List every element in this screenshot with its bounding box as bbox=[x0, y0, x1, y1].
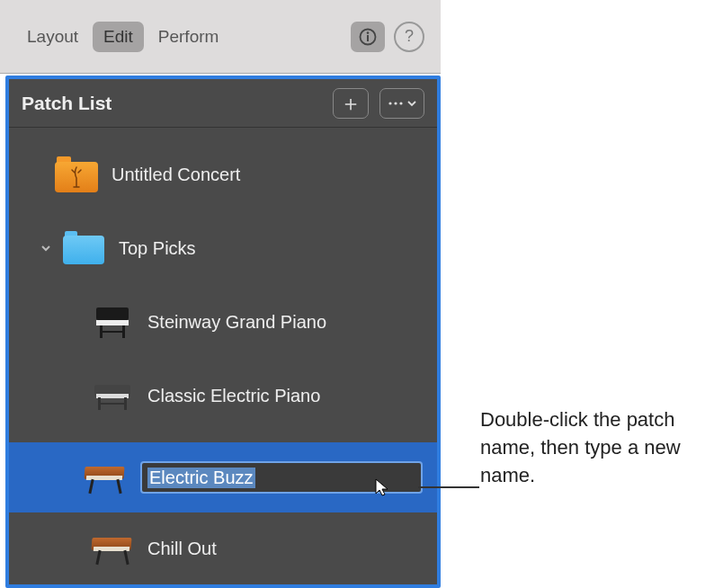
chevron-down-icon bbox=[40, 242, 52, 254]
concert-row[interactable]: Untitled Concert bbox=[9, 147, 437, 201]
patch-label: Chill Out bbox=[147, 539, 217, 559]
top-toolbar: Layout Edit Perform ? bbox=[0, 0, 441, 74]
tab-layout[interactable]: Layout bbox=[16, 22, 89, 52]
plus-icon: ＋ bbox=[340, 89, 361, 118]
more-actions-button[interactable] bbox=[379, 88, 424, 119]
group-label: Top Picks bbox=[119, 238, 196, 259]
add-patch-button[interactable]: ＋ bbox=[333, 88, 369, 119]
svg-point-3 bbox=[388, 102, 391, 104]
callout-leader-line bbox=[418, 486, 479, 488]
info-icon bbox=[359, 28, 377, 46]
concert-label: Untitled Concert bbox=[112, 165, 240, 185]
svg-rect-2 bbox=[367, 35, 369, 41]
svg-point-5 bbox=[399, 102, 402, 104]
patch-row[interactable]: Classic Electric Piano bbox=[9, 369, 437, 423]
group-folder-icon bbox=[59, 224, 108, 272]
chevron-down-icon bbox=[406, 98, 417, 109]
patch-list-panel: Patch List ＋ Untitled Concert bbox=[5, 76, 441, 588]
panel-title: Patch List bbox=[22, 93, 112, 114]
svg-point-4 bbox=[394, 102, 397, 104]
disclosure-triangle[interactable] bbox=[38, 242, 54, 254]
concert-folder-icon bbox=[52, 150, 101, 199]
patch-row-selected[interactable]: Electric Buzz bbox=[9, 442, 437, 512]
patch-row[interactable]: Chill Out bbox=[9, 521, 437, 575]
mode-segmented-control: Layout Edit Perform bbox=[16, 22, 229, 52]
svg-point-1 bbox=[367, 31, 370, 34]
grand-piano-icon bbox=[88, 298, 137, 346]
synth-icon bbox=[88, 524, 137, 573]
patch-label: Classic Electric Piano bbox=[147, 386, 320, 406]
cursor-icon bbox=[374, 477, 390, 503]
panel-header: Patch List ＋ bbox=[9, 79, 437, 128]
patch-name-edit-field[interactable]: Electric Buzz bbox=[140, 461, 423, 494]
tab-perform[interactable]: Perform bbox=[147, 22, 230, 52]
patch-label: Steinway Grand Piano bbox=[147, 312, 326, 333]
patch-tree: Untitled Concert Top Picks Steinway Gran… bbox=[9, 128, 437, 575]
ellipsis-icon bbox=[387, 98, 405, 109]
question-icon: ? bbox=[405, 27, 414, 46]
patch-row[interactable]: Steinway Grand Piano bbox=[9, 295, 437, 349]
info-button[interactable] bbox=[351, 22, 385, 52]
help-button[interactable]: ? bbox=[394, 22, 424, 52]
electric-piano-icon bbox=[88, 371, 137, 420]
edit-text-selection: Electric Buzz bbox=[147, 468, 255, 488]
tab-edit[interactable]: Edit bbox=[93, 22, 144, 52]
group-row[interactable]: Top Picks bbox=[9, 221, 437, 275]
synth-icon bbox=[81, 453, 129, 502]
callout-text: Double-click the patch name, then type a… bbox=[480, 406, 705, 489]
